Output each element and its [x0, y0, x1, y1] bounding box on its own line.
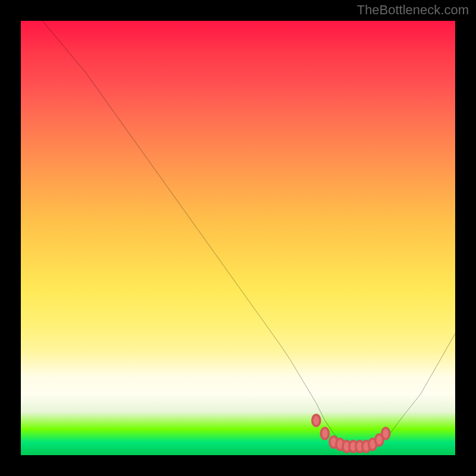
chart-svg: [21, 21, 455, 455]
marker-point: [382, 428, 390, 439]
marker-point: [321, 428, 328, 439]
bottleneck-curve: [43, 21, 456, 446]
marker-point: [312, 415, 320, 426]
watermark-text: TheBottleneck.com: [357, 2, 469, 18]
optimal-zone-markers: [312, 415, 390, 452]
plot-area: [21, 21, 455, 455]
